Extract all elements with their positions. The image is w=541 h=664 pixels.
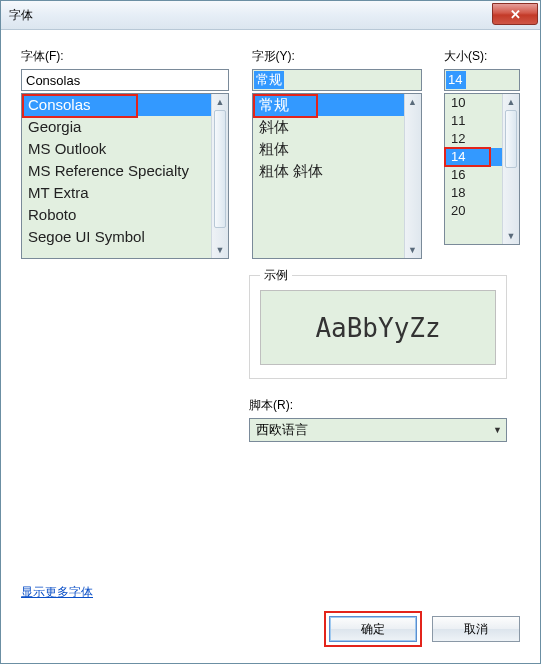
ok-button[interactable]: 确定 (329, 616, 417, 642)
highlight-ok-red-box: 确定 (324, 611, 422, 647)
list-item[interactable]: 14 (445, 148, 502, 166)
scroll-up-icon[interactable]: ▲ (405, 94, 421, 110)
style-column: 字形(Y): 常规 常规 斜体 粗体 粗体 斜体 ▲ ▼ (252, 48, 422, 259)
script-value: 西欧语言 (256, 421, 308, 439)
list-item[interactable]: 18 (445, 184, 502, 202)
list-item[interactable]: Consolas (22, 94, 211, 116)
font-scrollbar[interactable]: ▲ ▼ (211, 94, 228, 258)
close-button[interactable]: ✕ (492, 3, 538, 25)
size-scrollbar[interactable]: ▲ ▼ (502, 94, 519, 244)
window-title: 字体 (9, 7, 33, 24)
list-item[interactable]: 粗体 (253, 138, 404, 160)
size-input-selection: 14 (446, 71, 466, 89)
style-list-items: 常规 斜体 粗体 粗体 斜体 (253, 94, 404, 258)
scroll-thumb[interactable] (214, 110, 226, 228)
font-label: 字体(F): (21, 48, 229, 65)
sample-fieldset: 示例 AaBbYyZz (249, 275, 507, 379)
button-row: 确定 取消 (324, 611, 520, 647)
style-input-selection: 常规 (254, 71, 284, 89)
list-item[interactable]: Segoe UI Symbol (22, 226, 211, 248)
scroll-down-icon[interactable]: ▼ (212, 242, 228, 258)
script-group: 脚本(R): 西欧语言 ▼ (249, 397, 507, 442)
show-more-fonts-link[interactable]: 显示更多字体 (21, 584, 93, 601)
size-listbox[interactable]: 10 11 12 14 16 18 20 ▲ ▼ (444, 93, 520, 245)
list-item[interactable]: MS Reference Specialty (22, 160, 211, 182)
font-listbox[interactable]: Consolas Georgia MS Outlook MS Reference… (21, 93, 229, 259)
font-input[interactable] (21, 69, 229, 91)
font-column: 字体(F): Consolas Georgia MS Outlook MS Re… (21, 48, 229, 259)
list-item[interactable]: 12 (445, 130, 502, 148)
list-item[interactable]: 10 (445, 94, 502, 112)
list-item[interactable]: 11 (445, 112, 502, 130)
scroll-down-icon[interactable]: ▼ (503, 228, 519, 244)
script-label: 脚本(R): (249, 397, 507, 414)
list-item[interactable]: MS Outlook (22, 138, 211, 160)
sample-legend: 示例 (260, 267, 292, 284)
size-list-items: 10 11 12 14 16 18 20 (445, 94, 502, 244)
list-item[interactable]: 20 (445, 202, 502, 220)
cancel-button[interactable]: 取消 (432, 616, 520, 642)
script-dropdown[interactable]: 西欧语言 ▼ (249, 418, 507, 442)
sample-group: 示例 AaBbYyZz (249, 275, 507, 379)
list-item[interactable]: 常规 (253, 94, 404, 116)
scroll-up-icon[interactable]: ▲ (503, 94, 519, 110)
dialog-content: 字体(F): Consolas Georgia MS Outlook MS Re… (1, 30, 540, 663)
scroll-up-icon[interactable]: ▲ (212, 94, 228, 110)
list-item[interactable]: 16 (445, 166, 502, 184)
style-scrollbar[interactable]: ▲ ▼ (404, 94, 421, 258)
chevron-down-icon: ▼ (493, 425, 502, 435)
list-item[interactable]: 粗体 斜体 (253, 160, 404, 182)
font-list-items: Consolas Georgia MS Outlook MS Reference… (22, 94, 211, 258)
close-icon: ✕ (510, 7, 521, 22)
size-label: 大小(S): (444, 48, 520, 65)
list-item[interactable]: MT Extra (22, 182, 211, 204)
top-row: 字体(F): Consolas Georgia MS Outlook MS Re… (21, 48, 520, 259)
list-item[interactable]: 斜体 (253, 116, 404, 138)
list-item[interactable]: Roboto (22, 204, 211, 226)
list-item[interactable]: Georgia (22, 116, 211, 138)
titlebar: 字体 ✕ (1, 1, 540, 30)
sample-preview: AaBbYyZz (260, 290, 496, 365)
scroll-down-icon[interactable]: ▼ (405, 242, 421, 258)
style-listbox[interactable]: 常规 斜体 粗体 粗体 斜体 ▲ ▼ (252, 93, 422, 259)
size-column: 大小(S): 14 10 11 12 14 16 18 20 (444, 48, 520, 259)
style-label: 字形(Y): (252, 48, 422, 65)
scroll-thumb[interactable] (505, 110, 517, 168)
font-dialog: 字体 ✕ 字体(F): Consolas Georgia MS Outlook … (0, 0, 541, 664)
